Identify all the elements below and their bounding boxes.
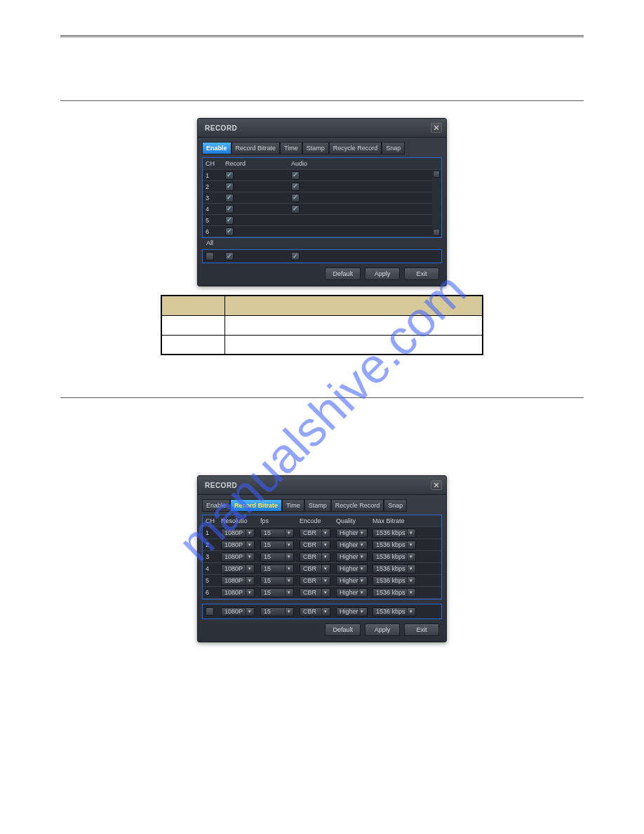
resolution-select[interactable]: 1080P	[221, 576, 255, 585]
record-checkbox[interactable]	[225, 227, 234, 236]
dialog1-title: RECORD	[205, 124, 237, 132]
ch-label: 4	[203, 206, 222, 213]
chevron-down-icon	[407, 608, 414, 615]
params-cell	[161, 315, 224, 335]
maxbitrate-select[interactable]: 1536 kbps	[373, 576, 416, 585]
tab-enable[interactable]: Enable	[202, 142, 232, 154]
record-checkbox[interactable]	[225, 205, 234, 213]
chevron-down-icon	[358, 589, 365, 596]
resolution-select[interactable]: 1080P	[221, 541, 255, 550]
tab-stamp[interactable]: Stamp	[302, 142, 329, 154]
maxbitrate-select[interactable]: 1536 kbps	[373, 529, 416, 538]
table-row: 41080P15CBRHigher1536 kbps	[203, 563, 441, 575]
scroll-up-button[interactable]	[433, 171, 440, 178]
audio-checkbox[interactable]	[291, 205, 300, 213]
fps-select[interactable]: 15	[260, 529, 294, 538]
maxbitrate-select[interactable]: 1536 kbps	[373, 607, 416, 616]
dialog1-grid: CH Record Audio 123456	[202, 157, 442, 238]
encode-select[interactable]: CBR	[300, 607, 330, 616]
encode-select[interactable]: CBR	[300, 588, 330, 597]
dialog2-exit-button[interactable]: Exit	[404, 623, 439, 636]
dialog1-scrollbar[interactable]	[432, 170, 441, 237]
resolution-select[interactable]: 1080P	[221, 552, 255, 562]
tab-snap[interactable]: Snap	[382, 142, 405, 154]
maxbitrate-select[interactable]: 1536 kbps	[373, 564, 416, 574]
encode-select[interactable]: CBR	[300, 552, 330, 562]
scroll-down-button[interactable]	[433, 229, 440, 236]
ch-label: 3	[203, 553, 218, 560]
section-rule-1	[60, 100, 584, 101]
resolution-select[interactable]: 1080P	[221, 564, 255, 574]
resolution-select[interactable]: 1080P	[221, 588, 255, 597]
dialog1-all-label: All	[202, 238, 442, 248]
maxbitrate-select[interactable]: 1536 kbps	[373, 552, 416, 562]
chevron-down-icon	[285, 541, 292, 548]
col-quality: Quality	[333, 517, 370, 524]
record-checkbox[interactable]	[225, 194, 234, 202]
quality-select[interactable]: Higher	[336, 564, 368, 574]
maxbitrate-select[interactable]: 1536 kbps	[373, 588, 416, 597]
chevron-down-icon	[321, 553, 328, 560]
audio-checkbox[interactable]	[291, 171, 300, 180]
chevron-down-icon	[285, 608, 292, 615]
quality-select[interactable]: Higher	[336, 576, 368, 585]
tab-record-bitrate[interactable]: Record Bitrate	[230, 499, 282, 512]
audio-checkbox[interactable]	[291, 183, 300, 191]
record-checkbox[interactable]	[225, 183, 234, 191]
fps-select[interactable]: 15	[260, 564, 294, 574]
fps-select[interactable]: 15	[260, 576, 294, 585]
quality-select[interactable]: Higher	[336, 588, 368, 597]
ch-label: 5	[203, 217, 222, 224]
resolution-select[interactable]: 1080P	[221, 607, 255, 616]
fps-select[interactable]: 15	[260, 541, 294, 550]
all-master-checkbox[interactable]	[206, 252, 214, 260]
dialog2-apply-button[interactable]: Apply	[365, 623, 400, 636]
all-record-checkbox[interactable]	[225, 252, 234, 260]
tab-time[interactable]: Time	[282, 499, 304, 512]
fps-select[interactable]: 15	[260, 607, 294, 616]
quality-select[interactable]: Higher	[336, 607, 368, 616]
quality-select[interactable]: Higher	[336, 541, 368, 550]
dialog1-exit-button[interactable]: Exit	[404, 267, 439, 280]
dialog2-title: RECORD	[205, 482, 237, 489]
tab-stamp[interactable]: Stamp	[304, 499, 331, 512]
record-bitrate-dialog: RECORD EnableRecord BitrateTimeStampRecy…	[197, 475, 447, 642]
table-row: 21080P15CBRHigher1536 kbps	[203, 539, 441, 551]
all-audio-checkbox[interactable]	[291, 252, 300, 260]
col-ch: CH	[203, 160, 222, 167]
audio-checkbox[interactable]	[291, 194, 300, 202]
chevron-down-icon	[321, 577, 328, 584]
dialog2-default-button[interactable]: Default	[325, 623, 361, 636]
record-checkbox[interactable]	[225, 216, 234, 225]
fps-select[interactable]: 15	[260, 552, 294, 562]
table-row: 1	[203, 170, 441, 181]
encode-select[interactable]: CBR	[300, 576, 330, 585]
table-row: 31080P15CBRHigher1536 kbps	[203, 551, 441, 563]
fps-select[interactable]: 15	[260, 588, 294, 597]
tab-snap[interactable]: Snap	[384, 499, 407, 512]
tab-recycle-record[interactable]: Recycle Record	[329, 142, 382, 154]
dialog1-tabs: EnableRecord BitrateTimeStampRecycle Rec…	[202, 142, 442, 154]
encode-select[interactable]: CBR	[300, 529, 330, 538]
chevron-down-icon	[358, 608, 365, 615]
tab-time[interactable]: Time	[280, 142, 302, 154]
maxbitrate-select[interactable]: 1536 kbps	[373, 541, 416, 550]
tab-recycle-record[interactable]: Recycle Record	[331, 499, 384, 512]
encode-select[interactable]: CBR	[300, 541, 330, 550]
dialog2-close-button[interactable]	[431, 480, 442, 490]
dialog1-apply-button[interactable]: Apply	[365, 267, 400, 280]
table-row: 5	[203, 215, 441, 226]
dialog1-close-button[interactable]	[431, 123, 442, 133]
record-checkbox[interactable]	[225, 171, 234, 180]
resolution-select[interactable]: 1080P	[221, 529, 255, 538]
quality-select[interactable]: Higher	[336, 552, 368, 562]
ch-label: 6	[203, 228, 222, 235]
all-master-checkbox[interactable]	[206, 607, 214, 616]
table-row: 3	[203, 192, 441, 204]
dialog1-default-button[interactable]: Default	[325, 267, 361, 280]
tab-record-bitrate[interactable]: Record Bitrate	[232, 142, 281, 154]
chevron-down-icon	[246, 541, 253, 548]
encode-select[interactable]: CBR	[300, 564, 330, 574]
quality-select[interactable]: Higher	[336, 529, 368, 538]
tab-enable[interactable]: Enable	[202, 499, 230, 512]
